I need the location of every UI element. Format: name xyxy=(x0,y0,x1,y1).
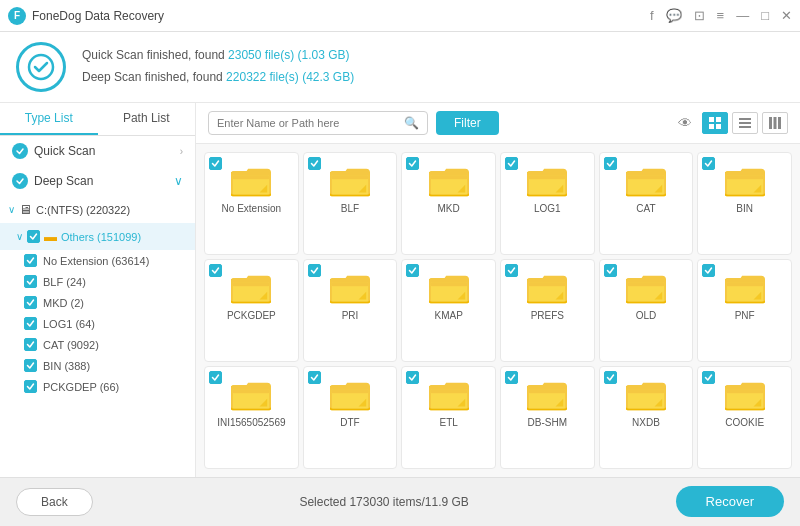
svg-rect-30 xyxy=(529,175,565,179)
svg-rect-55 xyxy=(431,282,467,286)
file-type-checkbox[interactable] xyxy=(24,275,37,288)
tile-checkbox[interactable] xyxy=(308,157,321,171)
tile-checkbox[interactable] xyxy=(308,264,321,278)
file-type-item[interactable]: LOG1 (64) xyxy=(0,313,195,334)
tile-checkbox[interactable] xyxy=(702,371,715,385)
file-tile[interactable]: INI1565052569 xyxy=(204,366,299,469)
minimize-icon[interactable]: — xyxy=(736,8,749,23)
others-folder-item[interactable]: ∨ ▬ Others (151099) xyxy=(0,223,195,250)
file-type-checkbox[interactable] xyxy=(24,296,37,309)
file-tile[interactable]: COOKIE xyxy=(697,366,792,469)
facebook-icon[interactable]: f xyxy=(650,8,654,23)
tab-type-list[interactable]: Type List xyxy=(0,103,98,135)
deep-scan-label: Deep Scan xyxy=(34,174,93,188)
file-tile[interactable]: KMAP xyxy=(401,259,496,362)
grid-view-button[interactable] xyxy=(702,112,728,134)
file-tile[interactable]: PREFS xyxy=(500,259,595,362)
tile-checkbox[interactable] xyxy=(406,264,419,278)
file-type-checkbox[interactable] xyxy=(24,380,37,393)
tile-checkbox[interactable] xyxy=(209,157,222,171)
tile-checkbox[interactable] xyxy=(406,157,419,171)
tile-label: PCKGDEP xyxy=(227,310,276,321)
file-type-item[interactable]: MKD (2) xyxy=(0,292,195,313)
file-tile[interactable]: CAT xyxy=(599,152,694,255)
deep-scan-item[interactable]: Deep Scan ∨ xyxy=(0,166,195,196)
svg-rect-3 xyxy=(709,124,714,129)
tile-checkbox[interactable] xyxy=(505,371,518,385)
search-input[interactable] xyxy=(217,117,404,129)
tile-checkbox[interactable] xyxy=(308,371,321,385)
svg-rect-60 xyxy=(529,282,565,286)
svg-rect-9 xyxy=(774,117,777,129)
back-button[interactable]: Back xyxy=(16,488,93,516)
file-type-checkbox[interactable] xyxy=(24,359,37,372)
app-icon: F xyxy=(8,7,26,25)
close-icon[interactable]: ✕ xyxy=(781,8,792,23)
maximize-icon[interactable]: □ xyxy=(761,8,769,23)
tile-label: KMAP xyxy=(434,310,462,321)
file-tile[interactable]: BLF xyxy=(303,152,398,255)
filter-button[interactable]: Filter xyxy=(436,111,499,135)
tile-checkbox[interactable] xyxy=(702,157,715,171)
quick-scan-item[interactable]: Quick Scan › xyxy=(0,136,195,166)
svg-rect-7 xyxy=(739,126,751,128)
tile-checkbox[interactable] xyxy=(604,157,617,171)
deep-scan-arrow: ∨ xyxy=(174,174,183,188)
tab-bar: Type List Path List xyxy=(0,103,195,136)
menu-icon[interactable]: ≡ xyxy=(717,8,725,23)
drive-item[interactable]: ∨ 🖥 C:(NTFS) (220322) xyxy=(0,196,195,223)
column-view-button[interactable] xyxy=(762,112,788,134)
tile-checkbox[interactable] xyxy=(604,371,617,385)
app-logo xyxy=(16,42,66,92)
tile-label: PNF xyxy=(735,310,755,321)
file-tile[interactable]: PNF xyxy=(697,259,792,362)
search-box[interactable]: 🔍 xyxy=(208,111,428,135)
others-checkbox[interactable] xyxy=(27,230,40,243)
tile-label: PREFS xyxy=(531,310,564,321)
file-tile[interactable]: NXDB xyxy=(599,366,694,469)
tile-label: CAT xyxy=(636,203,655,214)
folder-icon xyxy=(429,379,469,413)
svg-rect-2 xyxy=(716,117,721,122)
file-tile[interactable]: DB-SHM xyxy=(500,366,595,469)
list-view-button[interactable] xyxy=(732,112,758,134)
tile-checkbox[interactable] xyxy=(406,371,419,385)
file-tile[interactable]: PRI xyxy=(303,259,398,362)
file-tile[interactable]: PCKGDEP xyxy=(204,259,299,362)
tile-label: COOKIE xyxy=(725,417,764,428)
file-type-item[interactable]: BLF (24) xyxy=(0,271,195,292)
tile-checkbox[interactable] xyxy=(209,264,222,278)
file-tile[interactable]: MKD xyxy=(401,152,496,255)
tile-checkbox[interactable] xyxy=(209,371,222,385)
tile-label: INI1565052569 xyxy=(217,417,285,428)
tile-label: MKD xyxy=(438,203,460,214)
tile-checkbox[interactable] xyxy=(505,264,518,278)
folder-icon xyxy=(725,379,765,413)
sidebar: Type List Path List Quick Scan › Deep Sc… xyxy=(0,103,196,477)
recover-button[interactable]: Recover xyxy=(676,486,784,517)
tile-checkbox[interactable] xyxy=(505,157,518,171)
file-type-label: No Extension (63614) xyxy=(43,255,149,267)
file-type-checkbox[interactable] xyxy=(24,254,37,267)
file-type-item[interactable]: No Extension (63614) xyxy=(0,250,195,271)
file-tile[interactable]: No Extension xyxy=(204,152,299,255)
file-type-item[interactable]: BIN (388) xyxy=(0,355,195,376)
file-type-item[interactable]: PCKGDEP (66) xyxy=(0,376,195,397)
app-title: FoneDog Data Recovery xyxy=(32,9,650,23)
window-controls[interactable]: f 💬 ⊡ ≡ — □ ✕ xyxy=(650,8,792,23)
file-type-item[interactable]: CAT (9092) xyxy=(0,334,195,355)
file-tile[interactable]: OLD xyxy=(599,259,694,362)
svg-rect-95 xyxy=(628,389,664,393)
tab-path-list[interactable]: Path List xyxy=(98,103,196,135)
file-type-checkbox[interactable] xyxy=(24,338,37,351)
tile-checkbox[interactable] xyxy=(604,264,617,278)
file-tile[interactable]: DTF xyxy=(303,366,398,469)
tile-checkbox[interactable] xyxy=(702,264,715,278)
file-tile[interactable]: BIN xyxy=(697,152,792,255)
file-type-checkbox[interactable] xyxy=(24,317,37,330)
eye-button[interactable]: 👁 xyxy=(672,112,698,134)
share-icon[interactable]: ⊡ xyxy=(694,8,705,23)
file-tile[interactable]: ETL xyxy=(401,366,496,469)
chat-icon[interactable]: 💬 xyxy=(666,8,682,23)
file-tile[interactable]: LOG1 xyxy=(500,152,595,255)
